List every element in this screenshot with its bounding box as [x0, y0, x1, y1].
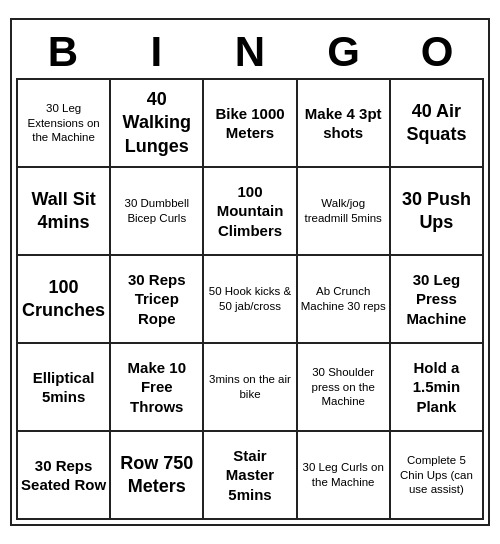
- bingo-cell-9[interactable]: 30 Push Ups: [391, 168, 484, 256]
- bingo-cell-12[interactable]: 50 Hook kicks & 50 jab/cross: [204, 256, 297, 344]
- bingo-cell-1[interactable]: 40 Walking Lunges: [111, 80, 204, 168]
- bingo-cell-18[interactable]: 30 Shoulder press on the Machine: [298, 344, 391, 432]
- bingo-cell-10[interactable]: 100 Crunches: [18, 256, 111, 344]
- bingo-cell-7[interactable]: 100 Mountain Climbers: [204, 168, 297, 256]
- letter-b: B: [16, 28, 110, 76]
- bingo-card: B I N G O 30 Leg Extensions on the Machi…: [10, 18, 490, 526]
- bingo-cell-0[interactable]: 30 Leg Extensions on the Machine: [18, 80, 111, 168]
- bingo-cell-17[interactable]: 3mins on the air bike: [204, 344, 297, 432]
- bingo-header: B I N G O: [16, 24, 484, 78]
- bingo-cell-6[interactable]: 30 Dumbbell Bicep Curls: [111, 168, 204, 256]
- bingo-cell-14[interactable]: 30 Leg Press Machine: [391, 256, 484, 344]
- bingo-cell-16[interactable]: Make 10 Free Throws: [111, 344, 204, 432]
- letter-g: G: [297, 28, 391, 76]
- bingo-cell-20[interactable]: 30 Reps Seated Row: [18, 432, 111, 520]
- bingo-grid: 30 Leg Extensions on the Machine40 Walki…: [16, 78, 484, 520]
- bingo-cell-4[interactable]: 40 Air Squats: [391, 80, 484, 168]
- bingo-cell-5[interactable]: Wall Sit 4mins: [18, 168, 111, 256]
- letter-n: N: [203, 28, 297, 76]
- bingo-cell-21[interactable]: Row 750 Meters: [111, 432, 204, 520]
- bingo-cell-3[interactable]: Make 4 3pt shots: [298, 80, 391, 168]
- bingo-cell-2[interactable]: Bike 1000 Meters: [204, 80, 297, 168]
- bingo-cell-15[interactable]: Elliptical 5mins: [18, 344, 111, 432]
- bingo-cell-19[interactable]: Hold a 1.5min Plank: [391, 344, 484, 432]
- bingo-cell-13[interactable]: Ab Crunch Machine 30 reps: [298, 256, 391, 344]
- bingo-cell-23[interactable]: 30 Leg Curls on the Machine: [298, 432, 391, 520]
- bingo-cell-24[interactable]: Complete 5 Chin Ups (can use assist): [391, 432, 484, 520]
- letter-i: I: [110, 28, 204, 76]
- bingo-cell-22[interactable]: Stair Master 5mins: [204, 432, 297, 520]
- bingo-cell-11[interactable]: 30 Reps Tricep Rope: [111, 256, 204, 344]
- letter-o: O: [390, 28, 484, 76]
- bingo-cell-8[interactable]: Walk/jog treadmill 5mins: [298, 168, 391, 256]
